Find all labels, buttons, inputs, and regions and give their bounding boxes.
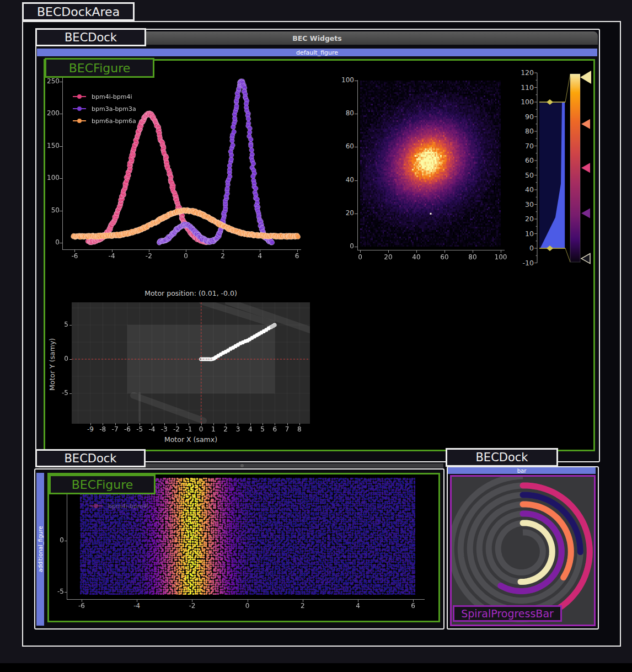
motor-map-plot[interactable] — [72, 302, 310, 424]
tick-mark — [164, 423, 165, 425]
scatter-ytick: -5 — [46, 588, 64, 595]
splitter-handle[interactable] — [240, 464, 244, 467]
heatmap-ytick: 20 — [335, 209, 354, 217]
svg-text:40: 40 — [525, 185, 534, 194]
tick-mark — [260, 249, 260, 252]
heatmap-plot[interactable] — [360, 81, 501, 247]
tick-mark — [69, 325, 72, 326]
spiral-progress-rings — [452, 477, 594, 625]
tick-mark — [275, 423, 275, 425]
legend-label: bpm4i-bpm4i — [92, 93, 132, 100]
tick-mark — [65, 592, 67, 593]
tick-mark — [416, 250, 417, 253]
legend-item[interactable]: bpm6a-bpm6a — [73, 117, 136, 125]
tick-mark — [226, 423, 226, 425]
tick-mark — [201, 423, 202, 425]
heatmap-ytick: 40 — [335, 176, 354, 184]
waveform-ytick: 100 — [39, 174, 60, 182]
legend-marker — [89, 505, 103, 506]
scatter-xtick: 2 — [292, 602, 314, 610]
motor-title: Motor position: (0.01, -0.0) — [72, 289, 310, 297]
tick-mark — [90, 423, 91, 425]
tick-mark — [60, 146, 62, 147]
scatter-z-plot[interactable] — [80, 478, 415, 595]
motor-ytick: -5 — [51, 389, 68, 397]
heatmap-xtick: 40 — [405, 253, 427, 261]
waveform-ytick: 0 — [39, 238, 60, 246]
heatmap-ytick: 0 — [335, 242, 354, 250]
tick-mark — [473, 250, 473, 253]
waveform-ytick: 50 — [39, 206, 60, 214]
heatmap-xtick: 20 — [377, 253, 399, 261]
tick-mark — [65, 541, 67, 541]
legend-item[interactable]: bpm3a-bpm3a — [73, 105, 136, 113]
legend-marker — [73, 108, 86, 109]
waveform-legend[interactable]: bpm4i-bpm4ibpm3a-bpm3abpm6a-bpm6a — [73, 93, 136, 125]
waveform-xtick: 0 — [175, 252, 197, 260]
tick-mark — [103, 423, 103, 425]
colorbar-histogram[interactable]: 1201101009080706050403020100-10 — [513, 64, 596, 271]
dock-area-label: BECDockArea — [22, 2, 135, 21]
dock-label-top: BECDock — [35, 28, 146, 46]
heatmap-xtick: 80 — [462, 253, 484, 261]
tick-mark — [303, 600, 303, 602]
waveform-ytick: 250 — [39, 77, 60, 85]
svg-text:0: 0 — [529, 244, 534, 252]
svg-text:80: 80 — [525, 127, 534, 135]
motor-ytick: 0 — [51, 355, 68, 362]
legend-marker — [73, 120, 86, 121]
screenshot-root: BEC Widgets default_figure bpm4i-bpm4ibp… — [0, 0, 632, 672]
dock-top-title: BEC Widgets — [292, 34, 341, 42]
waveform-ytick: 150 — [39, 142, 60, 150]
tick-mark — [69, 393, 72, 394]
legend-dot — [77, 119, 82, 123]
motor-xlabel: Motor X (samx) — [72, 435, 310, 444]
scatter-xtick: -4 — [126, 602, 148, 610]
legend-label: bpm6a-bpm6a — [92, 118, 136, 125]
legend-label: bpm4i-bpm4i — [108, 503, 148, 510]
tick-mark — [176, 423, 177, 425]
svg-text:110: 110 — [521, 83, 534, 92]
dock-label-bottom-right: BECDock — [446, 448, 558, 467]
waveform-xtick: 4 — [249, 252, 271, 260]
tick-mark — [501, 250, 501, 253]
motor-xtick: 8 — [291, 425, 308, 433]
figure-label-bottom-left: BECFigure — [49, 474, 156, 494]
tick-mark — [115, 423, 116, 425]
tick-mark — [189, 423, 189, 425]
dock-top-subtitle-bar[interactable]: default_figure — [37, 49, 597, 56]
scatter-legend[interactable]: bpm4i-bpm4i — [89, 502, 148, 510]
svg-text:90: 90 — [525, 113, 534, 121]
dock-top-subtitle: default_figure — [296, 49, 338, 56]
scatter-x-axis — [67, 599, 425, 600]
tick-mark — [69, 359, 72, 360]
tick-mark — [297, 249, 298, 252]
svg-text:60: 60 — [525, 156, 534, 164]
tick-mark — [355, 114, 357, 114]
svg-text:70: 70 — [525, 142, 534, 150]
legend-marker — [73, 96, 86, 97]
waveform-xtick: 6 — [286, 252, 308, 260]
heatmap-xtick: 60 — [433, 253, 456, 261]
tick-mark — [60, 178, 62, 179]
tick-mark — [355, 180, 357, 181]
tick-mark — [186, 249, 186, 252]
svg-text:20: 20 — [525, 215, 534, 223]
scatter-xtick: 4 — [347, 602, 369, 610]
heatmap-xtick: 100 — [490, 253, 512, 261]
dock-bl-side-title-bar[interactable]: additional_figure — [36, 473, 44, 626]
tick-mark — [263, 423, 263, 425]
legend-item[interactable]: bpm4i-bpm4i — [73, 93, 136, 100]
tick-mark — [192, 600, 192, 602]
waveform-x-axis — [62, 249, 301, 250]
tick-mark — [60, 243, 62, 243]
waveform-ytick: 200 — [39, 109, 60, 117]
heatmap-xtick: 0 — [349, 253, 371, 261]
waveform-y-axis — [62, 74, 63, 250]
scatter-xtick: -2 — [181, 602, 203, 610]
scatter-xtick: 6 — [402, 602, 424, 610]
legend-item[interactable]: bpm4i-bpm4i — [89, 502, 148, 510]
dock-br-title-bar[interactable]: bar — [448, 467, 596, 474]
spiral-track — [498, 523, 543, 573]
scatter-ytick: 0 — [46, 536, 64, 544]
